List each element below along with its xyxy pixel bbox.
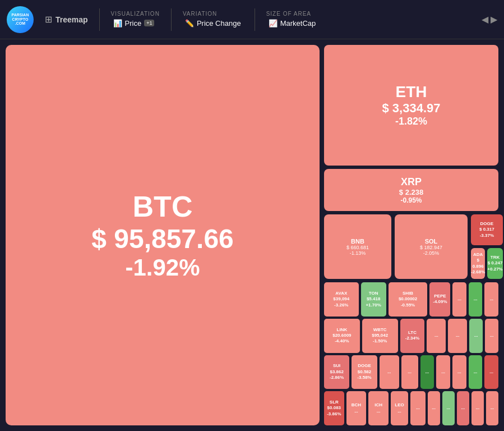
bar-chart-icon: 📊	[113, 19, 122, 27]
misc2-4[interactable]: ...	[485, 319, 498, 353]
misc3-1[interactable]: ...	[380, 355, 399, 389]
misc3-3[interactable]: ...	[420, 355, 434, 389]
link-block[interactable]: LINK $20.6009 -4.40%	[324, 319, 360, 353]
visualization-option[interactable]: 📊 Price +1	[111, 18, 160, 29]
doge-block[interactable]: DOGE $ 0.317 -3.37%	[471, 214, 503, 245]
bnb-price: $ 660.681	[346, 245, 369, 250]
avax-symbol: AVAX	[335, 291, 347, 296]
ada-price: $ 0.896	[471, 258, 485, 269]
misc3-5[interactable]: ...	[452, 355, 466, 389]
ada-trk-row: ADA $ 0.896 -2.68% TRK $ 0.247 +0.27%	[471, 248, 503, 279]
misc3-4[interactable]: ...	[436, 355, 450, 389]
ton-symbol: TON	[369, 291, 378, 296]
ada-change: -2.68%	[471, 269, 485, 275]
bch-block[interactable]: BCH ...	[346, 391, 367, 425]
variation-option[interactable]: ✏️ Price Change	[183, 18, 243, 29]
treemap-label-area: ⊞ Treemap	[45, 14, 88, 25]
mid-row: BNB $ 660.681 -1.13% SOL $ 182.947 -2.05…	[324, 214, 498, 279]
avax-block[interactable]: AVAX $39,094 -3.26%	[324, 282, 359, 317]
scroll-right-arrow[interactable]: ▶	[491, 14, 497, 25]
ton-change: +1.70%	[366, 302, 381, 308]
doge-ada-trk-col: DOGE $ 0.317 -3.37% ADA $ 0.896 -2.68% T…	[471, 214, 503, 279]
pen-icon: ✏️	[185, 19, 194, 27]
xrp-block[interactable]: XRP $ 2.238 -0.95%	[324, 169, 498, 211]
xrp-price: $ 2.238	[399, 188, 423, 196]
sol-symbol: SOL	[425, 238, 438, 245]
logo-area: PARSIANCRYPTO.COM	[7, 6, 34, 33]
doge-change: -3.37%	[480, 233, 494, 239]
small-row-3: SUI $3.862 -2.86% DOGE $0.582 -3.58% ...…	[324, 355, 498, 389]
trk-change: +0.27%	[487, 267, 502, 272]
misc2-2[interactable]: ...	[448, 319, 467, 353]
divider-3	[255, 8, 255, 31]
btc-symbol: BTC	[133, 190, 193, 223]
visualization-option-label: Price	[125, 19, 142, 27]
sol-change: -2.05%	[423, 250, 440, 256]
wbtc-block[interactable]: WBTC $95,042 -1.50%	[362, 319, 398, 353]
ton-block[interactable]: TON $5.418 +1.70%	[361, 282, 386, 317]
doge-symbol: DOGE	[480, 221, 494, 227]
misc3-7[interactable]: ...	[484, 355, 498, 389]
eth-change: -1.82%	[395, 116, 427, 127]
trk-block[interactable]: TRK $ 0.247 +0.27%	[487, 248, 502, 279]
wbtc-price: $95,042	[372, 333, 388, 338]
size-option[interactable]: 📈 MarketCap	[266, 18, 318, 29]
misc-block-3[interactable]: ...	[484, 282, 498, 317]
bnb-symbol: BNB	[351, 238, 364, 245]
misc3-2[interactable]: ...	[401, 355, 418, 389]
misc2-3[interactable]: ...	[469, 319, 483, 353]
misc4-5[interactable]: ...	[471, 391, 484, 425]
ada-symbol: ADA	[473, 252, 483, 258]
treemap-label: Treemap	[56, 15, 88, 24]
pepe-change: -4.09%	[433, 299, 447, 305]
misc4-2[interactable]: ...	[428, 391, 440, 425]
leo-block[interactable]: LEO ...	[391, 391, 408, 425]
ltc-symbol: LTC	[408, 330, 417, 336]
misc4-6[interactable]: ...	[486, 391, 498, 425]
misc-block-1[interactable]: ...	[452, 282, 466, 317]
divider-1	[99, 8, 100, 31]
variation-title: Variation	[183, 11, 243, 17]
treemap-icon: ⊞	[45, 14, 52, 25]
slr-block[interactable]: SLR $0.083 -3.86%	[324, 391, 344, 425]
pepe-block[interactable]: PEPE -4.09%	[429, 282, 450, 317]
sol-block[interactable]: SOL $ 182.947 -2.05%	[395, 214, 468, 279]
bnb-change: -1.13%	[350, 250, 366, 256]
misc-block-2[interactable]: ...	[469, 282, 483, 317]
link-change: -4.40%	[335, 338, 349, 344]
misc3-6[interactable]: ...	[469, 355, 483, 389]
scroll-left-arrow[interactable]: ◀	[482, 14, 488, 25]
variation-option-label: Price Change	[197, 19, 241, 27]
xrp-symbol: XRP	[401, 176, 422, 188]
bnb-block[interactable]: BNB $ 660.681 -1.13%	[324, 214, 391, 279]
visualization-section: Visualization 📊 Price +1	[111, 11, 160, 29]
ada-block[interactable]: ADA $ 0.896 -2.68%	[471, 248, 485, 279]
shib-block[interactable]: SHIB $0.00002 -0.55%	[389, 282, 428, 317]
eth-price: $ 3,334.97	[382, 101, 441, 116]
visualization-badge: +1	[144, 20, 154, 26]
small-row-2: LINK $20.6009 -4.40% WBTC $95,042 -1.50%…	[324, 319, 498, 353]
visualization-title: Visualization	[111, 11, 160, 17]
divider-2	[171, 8, 172, 31]
misc4-3[interactable]: ...	[442, 391, 455, 425]
doge2-block[interactable]: DOGE $0.582 -3.58%	[352, 355, 377, 389]
link-symbol: LINK	[337, 327, 348, 333]
size-section: Size of area 📈 MarketCap	[266, 11, 318, 29]
ltc-block[interactable]: LTC -2.34%	[400, 319, 425, 353]
misc4-4[interactable]: ...	[457, 391, 469, 425]
eth-symbol: ETH	[396, 83, 427, 101]
btc-change: -1.92%	[125, 254, 200, 281]
shib-symbol: SHIB	[403, 291, 413, 296]
ich-block[interactable]: ICH ...	[368, 391, 389, 425]
sui-symbol: SUI	[333, 363, 340, 369]
logo-icon: PARSIANCRYPTO.COM	[7, 6, 34, 33]
eth-block[interactable]: ETH $ 3,334.97 -1.82%	[324, 45, 498, 166]
sui-block[interactable]: SUI $3.862 -2.86%	[324, 355, 349, 389]
misc4-1[interactable]: ...	[410, 391, 426, 425]
pepe-symbol: PEPE	[434, 294, 446, 299]
small-row-1: AVAX $39,094 -3.26% TON $5.418 +1.70% SH…	[324, 282, 498, 317]
misc2-1[interactable]: ...	[427, 319, 446, 353]
btc-block[interactable]: BTC $ 95,857.66 -1.92%	[6, 45, 320, 425]
treemap-container: BTC $ 95,857.66 -1.92% ETH $ 3,334.97 -1…	[0, 39, 504, 431]
avax-change: -3.26%	[334, 302, 348, 308]
